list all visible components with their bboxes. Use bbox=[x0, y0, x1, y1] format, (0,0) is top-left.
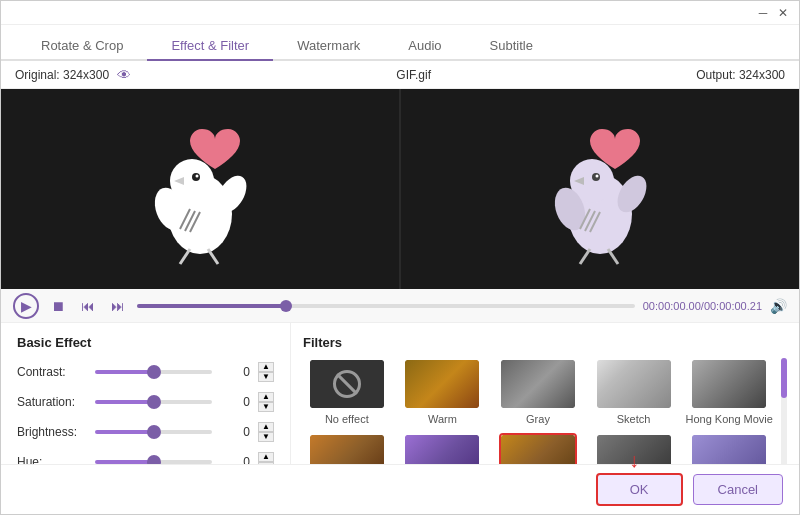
hue-row: Hue: 0 ▲ ▼ bbox=[17, 452, 274, 464]
brightness-down[interactable]: ▼ bbox=[258, 432, 274, 442]
tab-effect-filter[interactable]: Effect & Filter bbox=[147, 32, 273, 61]
tab-audio[interactable]: Audio bbox=[384, 32, 465, 61]
filter-purple[interactable]: Purple bbox=[399, 433, 487, 464]
contrast-slider[interactable] bbox=[95, 370, 212, 374]
info-bar: Original: 324x300 👁 GIF.gif Output: 324x… bbox=[1, 61, 799, 89]
contrast-label: Contrast: bbox=[17, 365, 87, 379]
no-effect-icon bbox=[333, 370, 361, 398]
filters-title: Filters bbox=[303, 335, 787, 350]
contrast-spinner[interactable]: ▲ ▼ bbox=[258, 362, 274, 382]
svg-point-4 bbox=[196, 175, 199, 178]
progress-bar[interactable] bbox=[137, 304, 635, 308]
filter-thumb-inner-purple bbox=[405, 435, 479, 464]
eye-icon[interactable]: 👁 bbox=[117, 67, 131, 83]
tab-bar: Rotate & Crop Effect & Filter Watermark … bbox=[1, 25, 799, 61]
original-size: Original: 324x300 bbox=[15, 68, 109, 82]
filter-thumb-orangedots bbox=[308, 433, 386, 464]
filter-thumb-inner-hongkong bbox=[692, 360, 766, 408]
basic-effect-title: Basic Effect bbox=[17, 335, 274, 350]
preview-pane-right bbox=[401, 89, 799, 289]
scrollbar-thumb bbox=[781, 358, 787, 398]
filters-scrollbar[interactable] bbox=[781, 358, 787, 464]
tab-watermark[interactable]: Watermark bbox=[273, 32, 384, 61]
saturation-down[interactable]: ▼ bbox=[258, 402, 274, 412]
filter-thumb-inner-orangedots bbox=[310, 435, 384, 464]
filter-thumb-inner-gray bbox=[501, 360, 575, 408]
prev-button[interactable]: ⏮ bbox=[77, 295, 99, 317]
filter-label-sketch: Sketch bbox=[617, 413, 651, 425]
stop-button[interactable]: ⏹ bbox=[47, 295, 69, 317]
next-button[interactable]: ⏭ bbox=[107, 295, 129, 317]
filter-orangedots[interactable]: Orange Dots bbox=[303, 433, 391, 464]
cancel-button[interactable]: Cancel bbox=[693, 474, 783, 505]
filters-grid: No effect Warm bbox=[303, 358, 773, 464]
filter-warm[interactable]: Warm bbox=[399, 358, 487, 425]
original-info: Original: 324x300 👁 bbox=[15, 67, 131, 83]
contrast-down[interactable]: ▼ bbox=[258, 372, 274, 382]
filter-thumb-inner-stars bbox=[692, 435, 766, 464]
filter-thumb-inner-current bbox=[501, 435, 575, 464]
tab-rotate-crop[interactable]: Rotate & Crop bbox=[17, 32, 147, 61]
left-panel: Basic Effect Contrast: 0 ▲ ▼ Saturation:… bbox=[1, 323, 291, 464]
saturation-slider[interactable] bbox=[95, 400, 212, 404]
filter-thumb-stars bbox=[690, 433, 768, 464]
hue-label: Hue: bbox=[17, 455, 87, 464]
filter-sketch[interactable]: Sketch bbox=[590, 358, 678, 425]
filter-thumb-gray bbox=[499, 358, 577, 410]
svg-line-23 bbox=[608, 249, 618, 264]
brightness-up[interactable]: ▲ bbox=[258, 422, 274, 432]
filter-thumb-inner-sketch bbox=[597, 360, 671, 408]
saturation-value: 0 bbox=[220, 395, 250, 409]
bottom-section: Basic Effect Contrast: 0 ▲ ▼ Saturation:… bbox=[1, 323, 799, 464]
svg-line-10 bbox=[180, 249, 190, 264]
minimize-button[interactable]: ─ bbox=[755, 5, 771, 21]
saturation-row: Saturation: 0 ▲ ▼ bbox=[17, 392, 274, 412]
character-right bbox=[520, 109, 680, 269]
svg-line-22 bbox=[580, 249, 590, 264]
filter-thumb-hongkong bbox=[690, 358, 768, 410]
saturation-spinner[interactable]: ▲ ▼ bbox=[258, 392, 274, 412]
character-left bbox=[120, 109, 280, 269]
filter-thumb-sketch bbox=[595, 358, 673, 410]
time-display: 00:00:00.00/00:00:00.21 bbox=[643, 300, 762, 312]
hue-spinner[interactable]: ▲ ▼ bbox=[258, 452, 274, 464]
progress-fill bbox=[137, 304, 286, 308]
right-panel: Filters N bbox=[291, 323, 799, 464]
filename: GIF.gif bbox=[396, 68, 431, 82]
filter-no-effect[interactable]: No effect bbox=[303, 358, 391, 425]
play-button[interactable]: ▶ bbox=[13, 293, 39, 319]
filter-stars[interactable]: Stars bbox=[685, 433, 773, 464]
volume-icon[interactable]: 🔊 bbox=[770, 298, 787, 314]
saturation-label: Saturation: bbox=[17, 395, 87, 409]
output-size: Output: 324x300 bbox=[696, 68, 785, 82]
brightness-slider[interactable] bbox=[95, 430, 212, 434]
hue-up[interactable]: ▲ bbox=[258, 452, 274, 462]
filter-hongkong[interactable]: Hong Kong Movie bbox=[685, 358, 773, 425]
contrast-row: Contrast: 0 ▲ ▼ bbox=[17, 362, 274, 382]
filter-thumb-inner-no-effect bbox=[310, 360, 384, 408]
controls-bar: ▶ ⏹ ⏮ ⏭ 00:00:00.00/00:00:00.21 🔊 bbox=[1, 289, 799, 323]
bottom-action-row: ↓ OK Cancel bbox=[1, 464, 799, 514]
filters-scroll: No effect Warm bbox=[303, 358, 787, 464]
filter-label-warm: Warm bbox=[428, 413, 457, 425]
filter-gray[interactable]: Gray bbox=[494, 358, 582, 425]
tab-subtitle[interactable]: Subtitle bbox=[466, 32, 557, 61]
filter-label-hongkong: Hong Kong Movie bbox=[685, 413, 772, 425]
close-button[interactable]: ✕ bbox=[775, 5, 791, 21]
arrow-indicator: ↓ bbox=[629, 449, 639, 472]
preview-pane-left bbox=[1, 89, 399, 289]
brightness-spinner[interactable]: ▲ ▼ bbox=[258, 422, 274, 442]
main-window: ─ ✕ Rotate & Crop Effect & Filter Waterm… bbox=[0, 0, 800, 515]
progress-dot bbox=[280, 300, 292, 312]
filters-content: No effect Warm bbox=[303, 358, 773, 464]
brightness-value: 0 bbox=[220, 425, 250, 439]
contrast-up[interactable]: ▲ bbox=[258, 362, 274, 372]
filter-current[interactable]: ✓ Current Plain bbox=[494, 433, 582, 464]
hue-value: 0 bbox=[220, 455, 250, 464]
filter-thumb-current: ✓ bbox=[499, 433, 577, 464]
filter-thumb-no-effect bbox=[308, 358, 386, 410]
brightness-label: Brightness: bbox=[17, 425, 87, 439]
saturation-up[interactable]: ▲ bbox=[258, 392, 274, 402]
ok-button[interactable]: OK bbox=[596, 473, 683, 506]
brightness-row: Brightness: 0 ▲ ▼ bbox=[17, 422, 274, 442]
